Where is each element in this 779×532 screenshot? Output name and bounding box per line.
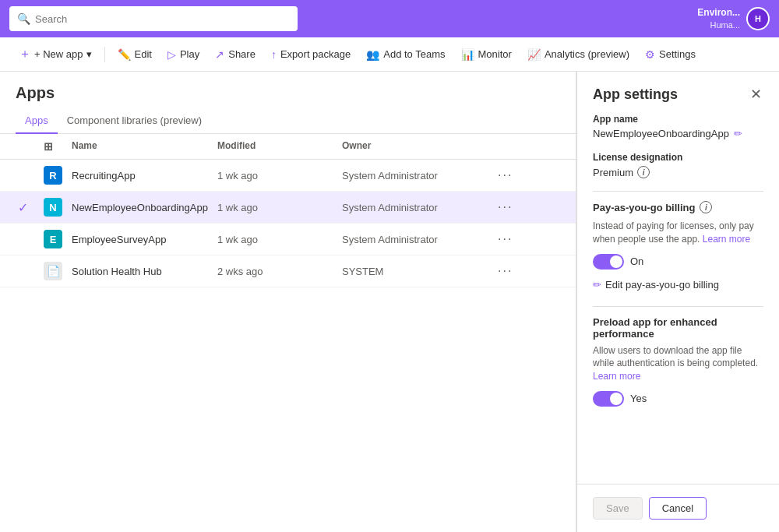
billing-section: Pay-as-you-go billing i Instead of payin… (593, 201, 763, 294)
app-icon-cell: 📄 (44, 262, 72, 280)
row-checkbox[interactable] (16, 264, 30, 278)
add-to-teams-button[interactable]: 👥 Add to Teams (360, 44, 451, 65)
settings-button[interactable]: ⚙ Settings (639, 44, 702, 65)
app-owner: System Administrator (342, 202, 498, 213)
license-section: License designation Premium i (593, 152, 763, 178)
edit-billing-label: Edit pay-as-you-go billing (605, 279, 719, 291)
chevron-down-icon: ▾ (86, 48, 92, 60)
app-owner: System Administrator (342, 170, 498, 181)
table-row[interactable]: E EmployeeSurveyApp 1 wk ago System Admi… (0, 224, 576, 255)
license-value: Premium i (593, 166, 763, 178)
preload-toggle[interactable] (593, 391, 624, 407)
app-icon-cell: N (44, 198, 72, 217)
billing-desc: Instead of paying for licenses, only pay… (593, 220, 763, 246)
app-name-label: App name (593, 114, 763, 125)
tabs: Apps Component libraries (preview) (0, 108, 576, 134)
play-label: Play (180, 48, 199, 60)
app-modified: 1 wk ago (217, 234, 342, 245)
col-check-header (16, 140, 44, 153)
export-icon: ↑ (271, 48, 277, 61)
settings-title: App settings (593, 86, 678, 103)
play-icon: ▷ (167, 48, 176, 61)
close-button[interactable]: ✕ (749, 84, 763, 104)
left-panel: Apps Apps Component libraries (preview) … (0, 72, 576, 532)
more-options-button[interactable]: ··· (498, 232, 560, 246)
search-icon: 🔍 (17, 12, 30, 25)
table-row[interactable]: R RecruitingApp 1 wk ago System Administ… (0, 160, 576, 192)
row-checkbox[interactable]: ✓ (16, 200, 30, 214)
share-icon: ↗ (215, 48, 224, 61)
more-options-button[interactable]: ··· (498, 168, 560, 182)
main-layout: Apps Apps Component libraries (preview) … (0, 72, 779, 532)
col-owner-header: Owner (342, 140, 498, 153)
billing-header: Pay-as-you-go billing i (593, 201, 763, 213)
share-button[interactable]: ↗ Share (209, 44, 262, 65)
edit-billing-icon: ✏ (593, 279, 601, 291)
env-name: Environ... (697, 7, 740, 19)
more-options-button[interactable]: ··· (498, 200, 560, 214)
app-settings-panel: App settings ✕ App name NewEmployeeOnboa… (576, 72, 779, 532)
analytics-icon: 📈 (527, 48, 541, 61)
edit-name-icon[interactable]: ✏ (734, 128, 742, 139)
analytics-label: Analytics (preview) (545, 48, 629, 60)
avatar[interactable]: H (746, 7, 770, 30)
preload-desc-text: Allow users to download the app file whi… (593, 345, 758, 369)
app-owner: SYSTEM (342, 266, 498, 277)
edit-label: Edit (135, 48, 152, 60)
app-modified: 1 wk ago (217, 170, 342, 181)
tab-apps[interactable]: Apps (16, 108, 58, 134)
new-app-label: + New app (34, 48, 83, 60)
app-modified: 2 wks ago (217, 266, 342, 277)
preload-title: Preload app for enhanced performance (593, 316, 763, 340)
table-row[interactable]: 📄 Solution Health Hub 2 wks ago SYSTEM ·… (0, 255, 576, 287)
col-name-header: Name (72, 140, 217, 153)
app-icon: R (44, 166, 62, 185)
col-icon-header: ⊞ (44, 140, 72, 153)
more-options-button[interactable]: ··· (498, 264, 560, 278)
save-button[interactable]: Save (593, 497, 643, 520)
teams-icon: 👥 (366, 48, 379, 61)
table-row[interactable]: ✓ N NewEmployeeOnboardingApp 1 wk ago Sy… (0, 192, 576, 224)
billing-toggle-row: On (593, 254, 763, 270)
play-button[interactable]: ▷ Play (161, 44, 206, 65)
tab-component-libraries[interactable]: Component libraries (preview) (58, 108, 211, 134)
preload-learn-more-link[interactable]: Learn more (593, 371, 640, 382)
preload-desc: Allow users to download the app file whi… (593, 344, 763, 383)
share-label: Share (228, 48, 256, 60)
divider-1 (593, 191, 763, 192)
plus-icon: ＋ (19, 46, 31, 62)
edit-button[interactable]: ✏️ Edit (111, 44, 158, 65)
analytics-button[interactable]: 📈 Analytics (preview) (521, 44, 636, 65)
search-input[interactable] (35, 13, 290, 25)
page-title: Apps (0, 72, 576, 108)
settings-footer: Save Cancel (577, 484, 779, 532)
license-label: License designation (593, 152, 763, 163)
billing-learn-more-link[interactable]: Learn more (703, 234, 750, 245)
app-name-text: NewEmployeeOnboardingApp (593, 128, 729, 139)
topbar-right: Environ... Huma... H (697, 7, 770, 30)
app-name: RecruitingApp (72, 170, 217, 181)
app-icon: 📄 (44, 262, 62, 280)
edit-billing-button[interactable]: ✏ Edit pay-as-you-go billing (593, 276, 719, 294)
monitor-label: Monitor (478, 48, 512, 60)
checkmark-icon: ✓ (18, 200, 28, 215)
row-checkbox[interactable] (16, 232, 30, 246)
settings-header: App settings ✕ (577, 72, 779, 114)
preload-section: Preload app for enhanced performance All… (593, 316, 763, 407)
monitor-button[interactable]: 📊 Monitor (455, 44, 518, 65)
billing-info-icon[interactable]: i (700, 201, 712, 213)
env-user: Huma... (697, 19, 740, 30)
col-modified-header: Modified (217, 140, 342, 153)
new-app-button[interactable]: ＋ + New app ▾ (12, 42, 98, 66)
monitor-icon: 📊 (461, 48, 474, 61)
info-icon[interactable]: i (637, 166, 650, 178)
divider-2 (593, 306, 763, 307)
export-button[interactable]: ↑ Export package (265, 44, 357, 65)
search-box[interactable]: 🔍 (9, 6, 298, 31)
billing-toggle[interactable] (593, 254, 624, 270)
row-checkbox[interactable] (16, 168, 30, 182)
cancel-button[interactable]: Cancel (649, 497, 707, 520)
table-container: ⊞ Name Modified Owner R RecruitingApp 1 … (0, 134, 576, 287)
app-icon-cell: R (44, 166, 72, 185)
app-name-value: NewEmployeeOnboardingApp ✏ (593, 128, 763, 139)
